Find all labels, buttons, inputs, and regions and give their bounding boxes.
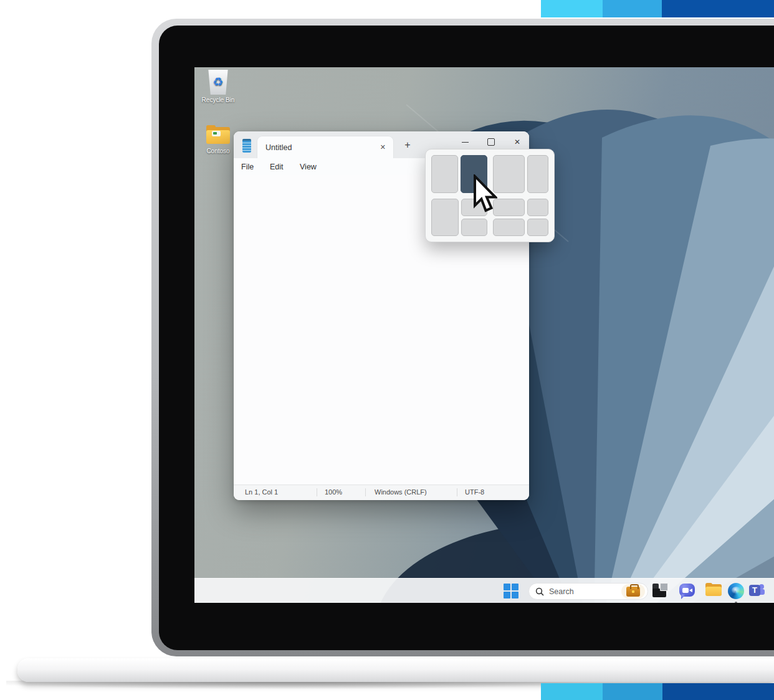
snap-zone-left-full[interactable] [431, 199, 459, 237]
menu-view[interactable]: View [296, 161, 320, 173]
taskbar-app-dark-tiles[interactable] [652, 583, 668, 599]
marketing-canvas: { "desktop": { "icons": [ { "label": "Re… [0, 0, 774, 700]
laptop-shadow [6, 681, 629, 689]
stripe-dark [662, 683, 774, 700]
notepad-app-icon [242, 139, 251, 153]
taskbar-teams[interactable]: T [749, 583, 765, 599]
desktop-screen: ♻︎ Recycle Bin Contoso Search [194, 67, 774, 603]
close-button[interactable]: ✕ [510, 134, 524, 150]
snap-zone-right-bottom[interactable] [461, 219, 487, 236]
laptop-base [17, 658, 774, 682]
recycle-bin-icon: ♻︎ [208, 70, 229, 95]
recycle-bin-label: Recycle Bin [198, 97, 238, 103]
status-encoding[interactable]: UTF-8 [465, 488, 484, 496]
chat-icon [679, 584, 695, 597]
new-tab-button[interactable]: + [401, 138, 414, 152]
desktop-icon-recycle-bin[interactable]: ♻︎ Recycle Bin [198, 70, 238, 103]
snap-zone-q1[interactable] [493, 199, 525, 216]
search-placeholder: Search [549, 587, 621, 596]
start-icon [504, 584, 510, 590]
status-line-ending[interactable]: Windows (CRLF) [375, 488, 427, 496]
snap-layout-split-66-33[interactable] [493, 155, 549, 193]
notepad-tab[interactable]: Untitled ✕ [257, 136, 394, 158]
file-explorer-icon [705, 584, 722, 598]
notepad-statusbar: Ln 1, Col 1 100% Windows (CRLF) UTF-8 [234, 485, 529, 500]
status-zoom-level[interactable]: 100% [325, 488, 342, 496]
snap-zone-left[interactable] [431, 155, 458, 193]
snap-zone-q4[interactable] [527, 219, 548, 236]
minimize-icon [462, 142, 469, 143]
snap-zone-q3[interactable] [493, 219, 525, 236]
tab-close-button[interactable]: ✕ [380, 143, 393, 151]
status-cursor-position: Ln 1, Col 1 [245, 488, 278, 496]
mouse-cursor [472, 174, 497, 215]
contoso-folder-label: Contoso [198, 148, 238, 154]
taskbar-file-explorer[interactable] [705, 583, 722, 599]
folder-icon [206, 127, 230, 146]
minimize-button[interactable] [458, 134, 472, 150]
search-icon [535, 587, 544, 596]
stripe-light [541, 0, 603, 17]
start-button[interactable] [504, 584, 518, 598]
briefcase-icon [626, 587, 640, 597]
stripe-mid [603, 0, 662, 17]
taskbar: Search [194, 578, 774, 603]
edge-running-indicator [735, 602, 737, 603]
edge-icon [728, 583, 744, 599]
menu-edit[interactable]: Edit [266, 161, 287, 173]
search-input[interactable]: Search [528, 583, 648, 600]
maximize-icon [487, 138, 495, 146]
maximize-button[interactable] [484, 134, 498, 150]
search-highlight[interactable] [621, 584, 645, 598]
stripe-dark [662, 0, 774, 17]
taskbar-chat[interactable] [679, 583, 695, 599]
stripe-light [541, 683, 603, 700]
taskbar-edge[interactable] [728, 583, 744, 599]
stripe-mid [603, 683, 662, 700]
tab-title: Untitled [257, 143, 380, 152]
snap-layout-grid-2x2[interactable] [493, 199, 549, 237]
desktop-icon-contoso-folder[interactable]: Contoso [198, 127, 238, 154]
snap-zone-q2[interactable] [527, 199, 548, 216]
snap-zone-narrow-right[interactable] [527, 155, 548, 193]
menu-file[interactable]: File [237, 161, 257, 173]
snap-zone-wide-left[interactable] [493, 155, 525, 193]
